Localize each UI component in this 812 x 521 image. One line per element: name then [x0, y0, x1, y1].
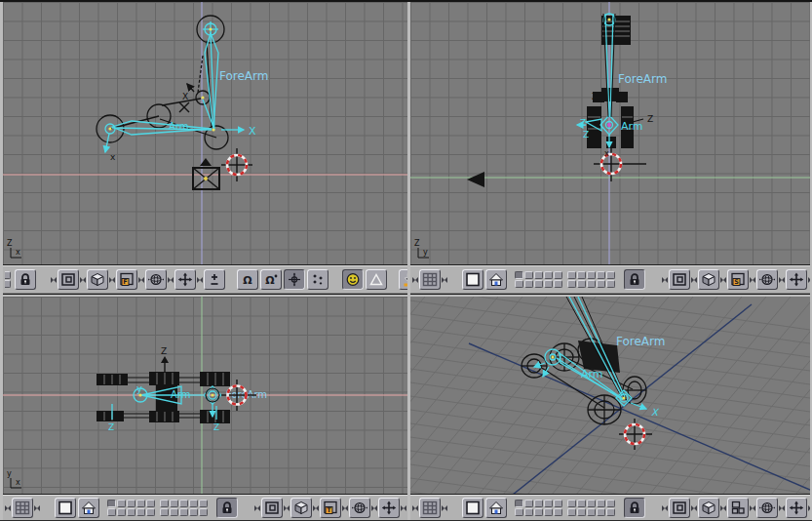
layer-button-18[interactable]: [587, 280, 596, 288]
layer-button-11[interactable]: [515, 508, 523, 516]
layer-button-12[interactable]: [117, 508, 126, 516]
layer-button-6[interactable]: [567, 500, 576, 507]
layer-button-16[interactable]: [160, 508, 169, 516]
cube-icon[interactable]: [698, 269, 719, 290]
omega-dot-icon[interactable]: Ω: [260, 269, 282, 290]
orbit-sphere-icon[interactable]: [756, 269, 778, 290]
layer-button-18[interactable]: [587, 508, 596, 516]
home-icon[interactable]: [78, 498, 99, 518]
layer-buttons-clipped[interactable]: [5, 269, 14, 290]
border-select-icon[interactable]: [669, 498, 690, 518]
layer-button-12[interactable]: [524, 508, 533, 516]
layer-button-7[interactable]: [577, 500, 586, 507]
viewport-canvas-top-left[interactable]: ForeArm Arm X x X Z x: [3, 2, 407, 265]
translate-icon[interactable]: [786, 498, 807, 518]
orbit-sphere-icon[interactable]: [145, 269, 167, 290]
plus-minus-icon[interactable]: [204, 269, 225, 290]
layer-button-9[interactable]: [189, 500, 198, 507]
layer-button-20[interactable]: [606, 280, 615, 288]
triangle-icon[interactable]: [366, 269, 387, 290]
cursor-3d[interactable]: [594, 148, 646, 181]
layer-button-11[interactable]: [515, 280, 523, 288]
layer-button-17[interactable]: [577, 280, 586, 288]
layer-button-17[interactable]: [577, 508, 586, 516]
empty-arrow-object[interactable]: [467, 172, 484, 187]
window-grid-icon[interactable]: [419, 269, 441, 290]
cursor-3d[interactable]: [221, 148, 252, 181]
omega-icon[interactable]: Ω: [237, 269, 258, 290]
arrow-down-key-icon[interactable]: [399, 269, 407, 290]
translate-icon[interactable]: [378, 498, 400, 518]
layer-button-13[interactable]: [534, 508, 543, 516]
border-select-icon[interactable]: [58, 269, 79, 290]
layer-button-14[interactable]: [544, 280, 553, 288]
layer-button-10[interactable]: [606, 271, 615, 279]
home-icon[interactable]: [485, 269, 507, 290]
squares-icon[interactable]: [727, 498, 749, 518]
layer-button-2[interactable]: [524, 500, 533, 507]
layer-button-13[interactable]: [534, 280, 543, 288]
layer-button-5[interactable]: [554, 500, 562, 507]
lock-icon[interactable]: [15, 269, 36, 290]
home-icon[interactable]: [485, 498, 507, 518]
particles-icon[interactable]: [307, 269, 329, 290]
layer-button-8[interactable]: [587, 500, 596, 507]
layer-button-3[interactable]: [127, 500, 135, 507]
layer-button-10[interactable]: [199, 500, 208, 507]
border-select-icon[interactable]: [261, 498, 283, 518]
layer-button-19[interactable]: [189, 508, 198, 516]
layer-button-15[interactable]: [554, 280, 562, 288]
pivot-box-icon[interactable]: T: [320, 498, 341, 518]
fullscreen-icon[interactable]: [462, 498, 483, 518]
layer-button-1[interactable]: [515, 271, 523, 279]
orbit-sphere-icon[interactable]: [349, 498, 370, 518]
layer-button-8[interactable]: [587, 271, 596, 279]
fullscreen-icon[interactable]: [462, 269, 483, 290]
layer-button-2[interactable]: [117, 500, 126, 507]
layer-button-15[interactable]: [146, 508, 155, 516]
layer-button-9[interactable]: [597, 500, 605, 507]
cube-icon[interactable]: [87, 269, 108, 290]
layer-button-15[interactable]: [554, 508, 562, 516]
layer-button-1[interactable]: [515, 500, 523, 507]
layer-button-19[interactable]: [597, 508, 605, 516]
lock-icon[interactable]: [624, 498, 645, 518]
armature-selected[interactable]: [105, 21, 244, 152]
layer-button-4[interactable]: [136, 500, 145, 507]
layer-button-18[interactable]: [179, 508, 188, 516]
layer-button-4[interactable]: [544, 500, 553, 507]
viewport-canvas-bottom-left[interactable]: Z y Arm ForeArm Z Z y: [3, 297, 407, 495]
layer-button-16[interactable]: [567, 508, 576, 516]
layer-button-11[interactable]: [107, 508, 116, 516]
viewport-canvas-bottom-right[interactable]: ForeArm Arm X: [410, 297, 810, 495]
border-select-icon[interactable]: [669, 269, 690, 290]
layer-button-3[interactable]: [534, 500, 543, 507]
layer-button-12[interactable]: [524, 280, 533, 288]
translate-icon[interactable]: [174, 269, 196, 290]
layer-button-4[interactable]: [544, 271, 553, 279]
layer-button-9[interactable]: [597, 271, 605, 279]
orbit-sphere-icon[interactable]: [756, 498, 778, 518]
cube-icon[interactable]: [698, 498, 719, 518]
layer-button-13[interactable]: [127, 508, 135, 516]
layer-button-3[interactable]: [534, 271, 543, 279]
cube-icon[interactable]: [290, 498, 312, 518]
layer-button-14[interactable]: [544, 508, 553, 516]
layer-button-14[interactable]: [136, 508, 145, 516]
layer-button-10[interactable]: [606, 500, 615, 507]
pivot-box-icon[interactable]: S: [727, 269, 749, 290]
layer-button-5[interactable]: [554, 271, 562, 279]
layer-button-6[interactable]: [160, 500, 169, 507]
fullscreen-icon[interactable]: [55, 498, 76, 518]
window-grid-icon[interactable]: [419, 498, 441, 518]
lock-icon[interactable]: [624, 269, 645, 290]
layer-button-7[interactable]: [577, 271, 586, 279]
camera-object[interactable]: [193, 158, 219, 189]
layer-button-7[interactable]: [170, 500, 178, 507]
crosshair-icon[interactable]: [284, 269, 305, 290]
viewport-canvas-top-right[interactable]: ForeArm Arm Z Z Z Z x Z y: [410, 2, 810, 265]
layer-button-6[interactable]: [567, 271, 576, 279]
layer-button-17[interactable]: [170, 508, 178, 516]
layer-button-8[interactable]: [179, 500, 188, 507]
translate-icon[interactable]: [786, 269, 807, 290]
